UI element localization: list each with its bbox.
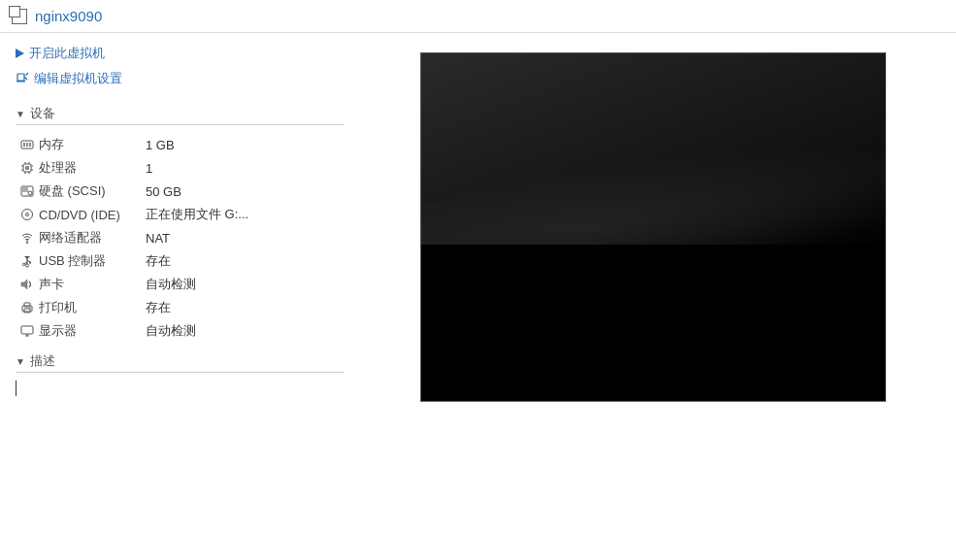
main-window: nginx9090 开启此虚拟机	[0, 0, 956, 560]
device-row[interactable]: 硬盘 (SCSI) 50 GB	[16, 180, 344, 203]
description-header: ▼ 描述	[16, 352, 344, 373]
svg-point-34	[29, 308, 31, 310]
devices-header: ▼ 设备	[16, 105, 344, 125]
device-name: 声卡	[39, 276, 64, 293]
window-title: nginx9090	[35, 8, 102, 24]
content-area: 开启此虚拟机 编辑虚拟机设置	[0, 33, 956, 560]
device-name-cell: 网络适配器	[16, 226, 142, 249]
actions-group: 开启此虚拟机 编辑虚拟机设置	[16, 43, 344, 89]
device-name: 网络适配器	[39, 229, 102, 247]
vm-screen[interactable]	[420, 52, 886, 402]
usb-icon	[19, 254, 34, 269]
device-value-cell: 正在使用文件 G:...	[142, 203, 344, 226]
svg-rect-26	[29, 262, 31, 264]
device-value-cell: 存在	[142, 249, 344, 273]
collapse-arrow-description[interactable]: ▼	[16, 356, 25, 367]
device-value-cell: 自动检测	[142, 273, 344, 296]
edit-icon	[16, 72, 29, 85]
device-name: USB 控制器	[39, 252, 106, 270]
printer-icon	[19, 301, 34, 315]
collapse-arrow-devices[interactable]: ▼	[16, 109, 25, 119]
device-name: 硬盘 (SCSI)	[39, 182, 106, 200]
device-table: 内存 1 GB 处理器 1 硬盘 (SCSI) 50 GB CD/DVD (ID…	[16, 133, 344, 343]
device-name: 显示器	[39, 322, 77, 340]
vm-icon	[12, 9, 27, 24]
device-name-cell: USB 控制器	[16, 249, 142, 273]
device-name: 内存	[39, 136, 64, 153]
svg-marker-24	[24, 256, 30, 259]
device-row[interactable]: 处理器 1	[16, 156, 344, 180]
svg-rect-4	[26, 143, 28, 147]
device-name: CD/DVD (IDE)	[39, 208, 120, 222]
device-row[interactable]: 打印机 存在	[16, 296, 344, 319]
title-bar: nginx9090	[0, 0, 956, 33]
device-name-cell: CD/DVD (IDE)	[16, 203, 142, 226]
edit-settings-button[interactable]: 编辑虚拟机设置	[16, 68, 344, 89]
svg-rect-5	[29, 143, 31, 147]
device-value-cell: NAT	[142, 226, 344, 249]
device-name-cell: 显示器	[16, 319, 142, 343]
memory-icon	[19, 138, 34, 152]
svg-point-22	[26, 242, 28, 244]
device-name-cell: 硬盘 (SCSI)	[16, 180, 142, 203]
svg-rect-1	[17, 74, 24, 81]
display-icon	[19, 324, 34, 339]
play-icon	[16, 49, 24, 58]
device-name-cell: 处理器	[16, 156, 142, 180]
device-value-cell: 1 GB	[142, 133, 344, 156]
device-row[interactable]: 声卡 自动检测	[16, 273, 344, 296]
svg-point-18	[28, 191, 32, 195]
network-icon	[19, 231, 34, 246]
svg-rect-35	[21, 326, 33, 334]
device-value-cell: 50 GB	[142, 180, 344, 203]
device-row[interactable]: 显示器 自动检测	[16, 319, 344, 343]
device-name-cell: 打印机	[16, 296, 142, 319]
sound-icon	[19, 278, 34, 292]
device-row[interactable]: CD/DVD (IDE) 正在使用文件 G:...	[16, 203, 344, 226]
device-row[interactable]: USB 控制器 存在	[16, 249, 344, 273]
svg-point-19	[21, 210, 32, 220]
svg-rect-17	[22, 187, 28, 192]
cdrom-icon	[19, 208, 34, 222]
svg-marker-30	[21, 280, 27, 289]
device-row[interactable]: 网络适配器 NAT	[16, 226, 344, 249]
description-cursor[interactable]	[16, 380, 344, 396]
right-panel	[359, 43, 956, 550]
device-name-cell: 内存	[16, 133, 142, 156]
device-value-cell: 自动检测	[142, 319, 344, 343]
start-vm-button[interactable]: 开启此虚拟机	[16, 43, 344, 64]
device-name-cell: 声卡	[16, 273, 142, 296]
svg-point-20	[25, 214, 28, 216]
svg-point-28	[22, 263, 24, 265]
svg-point-29	[25, 264, 28, 267]
cpu-icon	[19, 161, 34, 176]
left-panel: 开启此虚拟机 编辑虚拟机设置	[0, 43, 359, 550]
device-name: 打印机	[39, 299, 77, 316]
disk-icon	[19, 184, 34, 199]
device-name: 处理器	[39, 159, 77, 177]
svg-rect-3	[23, 143, 25, 147]
devices-section: ▼ 设备 内存 1 GB 处理器 1 硬盘 (SCSI)	[16, 105, 344, 343]
description-section: ▼ 描述	[16, 352, 344, 396]
device-row[interactable]: 内存 1 GB	[16, 133, 344, 156]
svg-rect-7	[25, 166, 29, 170]
device-value-cell: 存在	[142, 296, 344, 319]
device-value-cell: 1	[142, 156, 344, 180]
